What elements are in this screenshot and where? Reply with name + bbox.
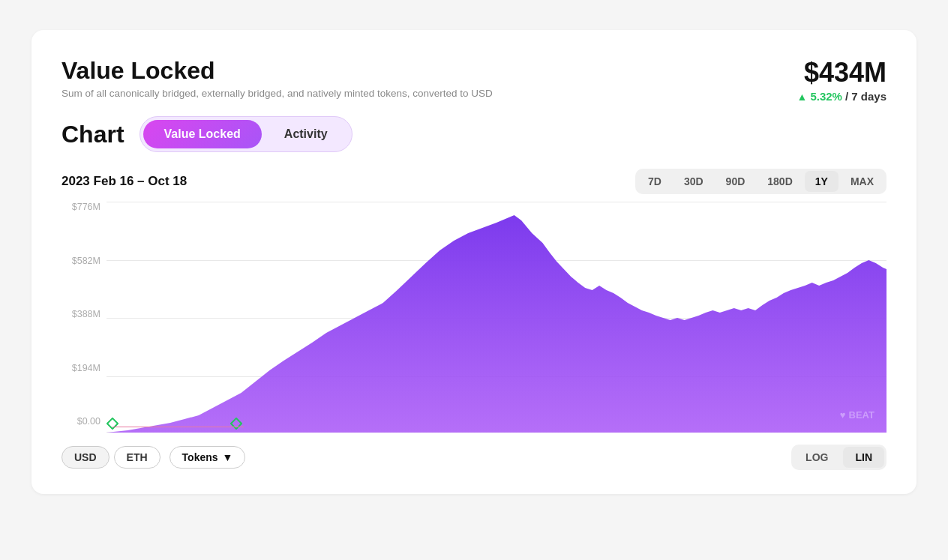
left-controls: USD ETH Tokens ▼	[62, 446, 245, 469]
chart-label: Chart	[62, 121, 124, 148]
chart-area: $776M $582M $388M $194M $0.00	[62, 202, 886, 434]
up-arrow-icon: ▲	[797, 91, 808, 103]
chart-toggle-group: Value Locked Activity	[140, 116, 352, 152]
tokens-dropdown[interactable]: Tokens ▼	[170, 446, 246, 469]
tokens-label: Tokens	[182, 451, 218, 463]
y-label-3: $194M	[62, 363, 106, 373]
diamond-marker-2	[230, 418, 242, 433]
y-label-0: $776M	[62, 202, 106, 212]
watermark: ♥ BEAT	[840, 409, 874, 421]
page-title: Value Locked	[62, 57, 493, 85]
change-percent: 5.32%	[810, 90, 842, 103]
y-label-1: $582M	[62, 256, 106, 266]
main-container: Value Locked Sum of all canonically brid…	[32, 30, 916, 494]
period-180d[interactable]: 180D	[757, 171, 802, 192]
date-range-row: 2023 Feb 16 – Oct 18 7D 30D 90D 180D 1Y …	[62, 169, 886, 194]
diamond-marker-1	[106, 418, 118, 433]
chart-controls-row: Chart Value Locked Activity	[62, 116, 886, 152]
period-90d[interactable]: 90D	[716, 171, 756, 192]
chevron-down-icon: ▼	[223, 451, 233, 463]
total-value: $434M	[797, 57, 886, 88]
value-block: $434M ▲ 5.32% / 7 days	[797, 57, 886, 103]
y-label-2: $388M	[62, 309, 106, 319]
title-block: Value Locked Sum of all canonically brid…	[62, 57, 493, 99]
y-axis: $776M $582M $388M $194M $0.00	[62, 202, 106, 434]
toggle-value-locked[interactable]: Value Locked	[143, 120, 262, 148]
currency-eth[interactable]: ETH	[114, 446, 160, 469]
subtitle: Sum of all canonically bridged, external…	[62, 88, 493, 99]
period-7d[interactable]: 7D	[638, 171, 672, 192]
change-period: / 7 days	[845, 90, 886, 103]
header-row: Value Locked Sum of all canonically brid…	[62, 57, 886, 103]
bottom-controls: USD ETH Tokens ▼ LOG LIN	[62, 445, 886, 470]
date-range-label: 2023 Feb 16 – Oct 18	[62, 174, 187, 189]
chart-inner: ♥ BEAT	[106, 202, 886, 434]
scale-buttons-group: LOG LIN	[791, 445, 886, 470]
toggle-activity[interactable]: Activity	[263, 120, 349, 148]
period-buttons-group: 7D 30D 90D 180D 1Y MAX	[635, 169, 886, 194]
period-1y[interactable]: 1Y	[805, 171, 838, 192]
currency-usd[interactable]: USD	[62, 446, 110, 469]
period-max[interactable]: MAX	[840, 171, 884, 192]
scale-log[interactable]: LOG	[794, 447, 840, 468]
scale-lin[interactable]: LIN	[843, 447, 884, 468]
change-row: ▲ 5.32% / 7 days	[797, 90, 886, 103]
watermark-text: BEAT	[849, 409, 874, 421]
y-label-4: $0.00	[62, 416, 106, 427]
marker-line	[112, 427, 244, 428]
watermark-icon: ♥	[840, 409, 846, 421]
chart-svg	[106, 202, 886, 434]
period-30d[interactable]: 30D	[674, 171, 714, 192]
